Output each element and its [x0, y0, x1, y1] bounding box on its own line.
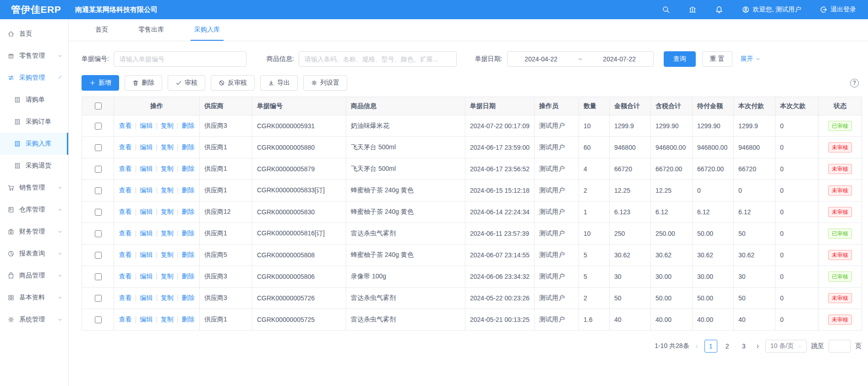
row-checkbox[interactable] [95, 144, 102, 151]
row-action-delete[interactable]: 删除 [174, 122, 195, 129]
row-checkbox[interactable] [95, 123, 102, 130]
row-action-view[interactable]: 查看 [119, 272, 132, 280]
column-settings-button[interactable]: 列设置 [303, 75, 347, 91]
date-separator: ~ [575, 55, 586, 63]
row-action-view[interactable]: 查看 [119, 294, 132, 301]
jump-page-input[interactable] [829, 340, 851, 353]
row-action-copy[interactable]: 复制 [153, 186, 174, 194]
row-action-delete[interactable]: 删除 [174, 315, 195, 323]
page-2[interactable]: 2 [721, 340, 734, 353]
row-action-view[interactable]: 查看 [119, 165, 132, 172]
row-action-edit[interactable]: 编辑 [132, 208, 153, 215]
export-button[interactable]: 导出 [260, 75, 298, 91]
row-action-copy[interactable]: 复制 [153, 165, 174, 172]
row-action-delete[interactable]: 删除 [174, 165, 195, 172]
next-page-icon[interactable] [755, 343, 761, 349]
sidebar-item-finance[interactable]: 财务管理 [0, 221, 68, 243]
date-range-input[interactable]: 2024-04-22 ~ 2024-07-22 [507, 51, 654, 67]
row-checkbox[interactable] [95, 209, 102, 216]
row-action-copy[interactable]: 复制 [153, 251, 174, 258]
search-button[interactable]: 查询 [664, 51, 696, 67]
row-action-view[interactable]: 查看 [119, 315, 132, 323]
row-action-edit[interactable]: 编辑 [132, 165, 153, 172]
row-action-copy[interactable]: 复制 [153, 272, 174, 280]
row-action-delete[interactable]: 删除 [174, 186, 195, 194]
row-action-delete[interactable]: 删除 [174, 208, 195, 215]
row-action-copy[interactable]: 复制 [153, 122, 174, 129]
sidebar-item-basic[interactable]: 基本资料 [0, 287, 68, 309]
page-size-select[interactable]: 10 条/页 [765, 340, 807, 353]
sidebar-item-home[interactable]: 首页 [0, 23, 68, 45]
row-action-view[interactable]: 查看 [119, 122, 132, 129]
sidebar-item-purchase-return[interactable]: 采购退货 [0, 155, 68, 177]
row-action-view[interactable]: 查看 [119, 208, 132, 215]
sidebar-item-report[interactable]: 报表查询 [0, 243, 68, 265]
bell-icon[interactable] [715, 5, 723, 14]
sidebar-item-purchase-request[interactable]: 请购单 [0, 89, 68, 111]
reset-button[interactable]: 重 置 [702, 51, 732, 67]
prev-page-icon[interactable] [694, 343, 700, 349]
row-action-edit[interactable]: 编辑 [132, 294, 153, 301]
page-3[interactable]: 3 [737, 340, 750, 353]
column-header: 单据编号 [252, 97, 346, 115]
tab-purchase-inbound[interactable]: 采购入库 [191, 19, 224, 41]
cell-owed: 0 [775, 266, 819, 288]
add-button[interactable]: 新增 [82, 75, 119, 91]
row-action-copy[interactable]: 复制 [153, 294, 174, 301]
row-action-edit[interactable]: 编辑 [132, 272, 153, 280]
row-checkbox[interactable] [95, 230, 102, 237]
sidebar-item-purchase-order[interactable]: 采购订单 [0, 111, 68, 133]
product-info-input[interactable] [299, 51, 457, 67]
row-checkbox[interactable] [95, 316, 102, 323]
row-checkbox[interactable] [95, 187, 102, 194]
row-action-view[interactable]: 查看 [119, 229, 132, 237]
row-action-edit[interactable]: 编辑 [132, 143, 153, 151]
row-action-copy[interactable]: 复制 [153, 229, 174, 237]
row-action-delete[interactable]: 删除 [174, 251, 195, 258]
row-action-delete[interactable]: 删除 [174, 229, 195, 237]
bank-icon[interactable] [688, 5, 697, 14]
logout-button[interactable]: 退出登录 [819, 5, 856, 14]
tab-retail-outbound[interactable]: 零售出库 [135, 19, 168, 41]
bill-no-input[interactable] [114, 51, 246, 67]
row-checkbox[interactable] [95, 273, 102, 280]
tab-home[interactable]: 首页 [92, 19, 112, 41]
row-action-copy[interactable]: 复制 [153, 315, 174, 323]
sidebar-item-goods[interactable]: 商品管理 [0, 265, 68, 287]
row-action-delete[interactable]: 删除 [174, 143, 195, 151]
audit-button[interactable]: 审核 [168, 75, 205, 91]
row-action-copy[interactable]: 复制 [153, 208, 174, 215]
sidebar-item-warehouse[interactable]: 仓库管理 [0, 199, 68, 221]
row-action-edit[interactable]: 编辑 [132, 122, 153, 129]
user-menu[interactable]: 欢迎您, 测试用户 [742, 5, 801, 14]
sidebar-item-purchase[interactable]: 采购管理 [0, 67, 68, 89]
welcome-text: 欢迎您, 测试用户 [753, 5, 801, 14]
row-checkbox[interactable] [95, 252, 102, 259]
row-action-view[interactable]: 查看 [119, 251, 132, 258]
row-action-view[interactable]: 查看 [119, 143, 132, 151]
status-badge: 未审核 [828, 185, 852, 196]
row-action-edit[interactable]: 编辑 [132, 315, 153, 323]
row-action-view[interactable]: 查看 [119, 186, 132, 194]
row-action-delete[interactable]: 删除 [174, 272, 195, 280]
sidebar-item-purchase-inbound[interactable]: 采购入库 [0, 133, 68, 155]
row-checkbox[interactable] [95, 166, 102, 173]
sidebar-item-system[interactable]: 系统管理 [0, 309, 68, 331]
row-action-edit[interactable]: 编辑 [132, 186, 153, 194]
row-action-copy[interactable]: 复制 [153, 143, 174, 151]
delete-button[interactable]: 删除 [125, 75, 162, 91]
search-icon[interactable] [662, 5, 670, 14]
unaudit-button[interactable]: 反审核 [211, 75, 255, 91]
page-1[interactable]: 1 [704, 340, 717, 353]
sidebar-item-retail[interactable]: 零售管理 [0, 45, 68, 67]
chevron-down-icon [57, 53, 63, 59]
row-action-edit[interactable]: 编辑 [132, 251, 153, 258]
row-action-delete[interactable]: 删除 [174, 294, 195, 301]
select-all-checkbox[interactable] [95, 103, 102, 109]
sidebar-item-sales[interactable]: 销售管理 [0, 177, 68, 199]
row-checkbox[interactable] [95, 295, 102, 302]
sidebar-item-label: 零售管理 [19, 52, 45, 60]
expand-link[interactable]: 展开 [741, 55, 761, 63]
row-action-edit[interactable]: 编辑 [132, 229, 153, 237]
help-icon[interactable]: ? [850, 79, 859, 87]
